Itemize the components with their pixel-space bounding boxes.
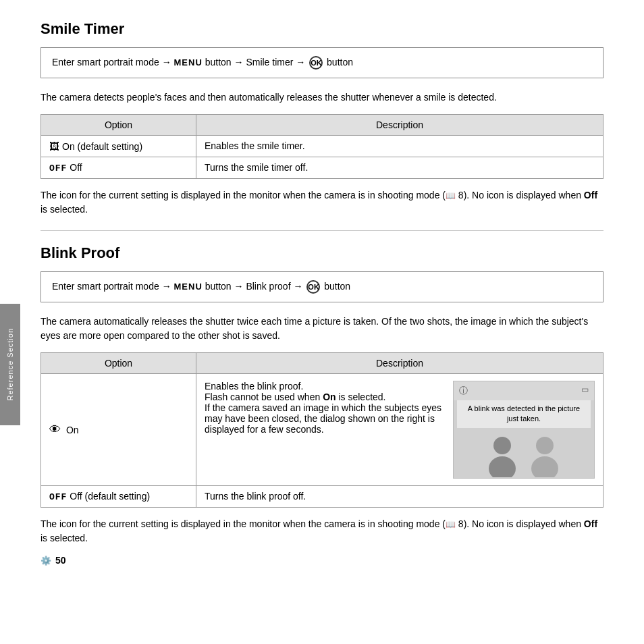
blink-proof-footer: The icon for the current setting is disp… bbox=[41, 517, 603, 545]
blink-proof-col-option: Option bbox=[41, 353, 196, 374]
silhouette-left bbox=[484, 433, 521, 477]
camera-silhouettes bbox=[454, 428, 594, 477]
smile-timer-on-option: 🖼On (default setting) bbox=[41, 136, 196, 157]
camera-preview-message: A blink was detected in the picture just… bbox=[457, 400, 591, 428]
table-row: 🖼On (default setting) Enables the smile … bbox=[41, 136, 603, 157]
svg-point-0 bbox=[493, 437, 511, 454]
smile-timer-off-description: Turns the smile timer off. bbox=[196, 157, 603, 179]
smile-timer-col-description: Description bbox=[196, 115, 603, 136]
smile-timer-on-description: Enables the smile timer. bbox=[196, 136, 603, 157]
svg-point-1 bbox=[489, 456, 516, 477]
page-num-icon: ⚙️ bbox=[41, 556, 51, 566]
smile-timer-off-option: OFF Off bbox=[41, 157, 196, 179]
table-row: OFF Off (default setting) Turns the blin… bbox=[41, 486, 603, 508]
blink-proof-on-option: 👁 On bbox=[41, 374, 196, 486]
section-divider bbox=[41, 230, 603, 231]
blink-proof-col-description: Description bbox=[196, 353, 603, 374]
camera-preview-top: ⓘ ▭ bbox=[454, 381, 594, 400]
blink-proof-title: Blink Proof bbox=[41, 244, 603, 262]
smile-timer-table: Option Description 🖼On (default setting)… bbox=[41, 114, 603, 179]
blink-proof-on-description: ⓘ ▭ A blink was detected in the picture … bbox=[196, 374, 603, 486]
smile-timer-title: Smile Timer bbox=[41, 20, 603, 38]
blink-on-text: Enables the blink proof. Flash cannot be… bbox=[205, 381, 441, 435]
smile-timer-footer: The icon for the current setting is disp… bbox=[41, 188, 603, 217]
blink-dialog-preview: ⓘ ▭ A blink was detected in the picture … bbox=[453, 381, 595, 479]
smile-timer-nav-box: Enter smart portrait mode → MENU button … bbox=[41, 47, 603, 78]
silhouette-right bbox=[527, 433, 564, 477]
table-row: 👁 On ⓘ ▭ A blink was detected in the pic… bbox=[41, 374, 603, 486]
blink-proof-description: The camera automatically releases the sh… bbox=[41, 315, 603, 343]
table-row: OFF Off Turns the smile timer off. bbox=[41, 157, 603, 179]
blink-proof-off-option: OFF Off (default setting) bbox=[41, 486, 196, 508]
blink-proof-nav-box: Enter smart portrait mode → MENU button … bbox=[41, 271, 603, 302]
smile-timer-description: The camera detects people's faces and th… bbox=[41, 90, 603, 105]
svg-point-2 bbox=[536, 437, 554, 454]
blink-proof-table: Option Description 👁 On ⓘ ▭ A blink was … bbox=[41, 352, 603, 508]
blink-proof-off-description: Turns the blink proof off. bbox=[196, 486, 603, 508]
page-footer: ⚙️ 50 bbox=[41, 555, 603, 566]
svg-point-3 bbox=[531, 456, 558, 477]
smile-timer-col-option: Option bbox=[41, 115, 196, 136]
page-number: 50 bbox=[55, 555, 66, 566]
